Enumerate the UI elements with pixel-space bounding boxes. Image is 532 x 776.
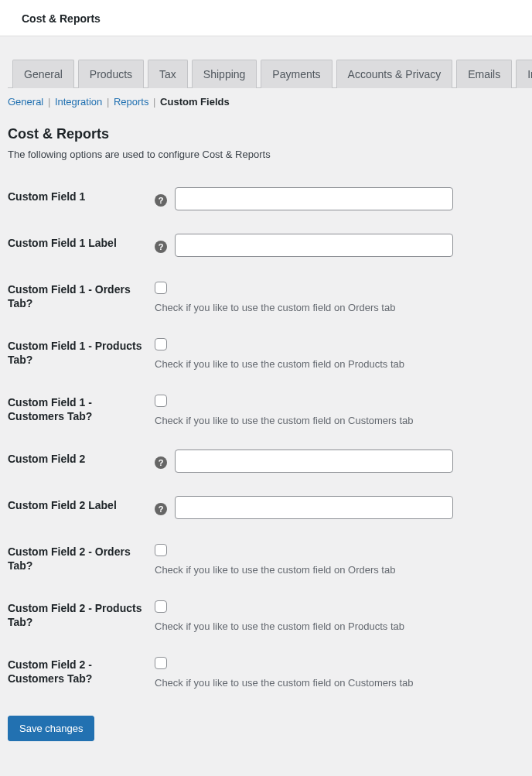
label-cf1-customers: Custom Field 1 - Customers Tab? bbox=[8, 381, 155, 438]
cf1-customers-checkbox[interactable] bbox=[155, 395, 167, 407]
tab-shipping[interactable]: Shipping bbox=[192, 60, 257, 88]
tab-accounts-privacy[interactable]: Accounts & Privacy bbox=[336, 60, 453, 88]
label-cf1-products: Custom Field 1 - Products Tab? bbox=[8, 325, 155, 381]
cf2-orders-checkbox[interactable] bbox=[155, 544, 167, 556]
subnav-integration[interactable]: Integration bbox=[55, 96, 102, 108]
cf2-orders-desc: Check if you like to use the custom fiel… bbox=[155, 564, 517, 576]
custom-field-2-label-input[interactable] bbox=[175, 496, 453, 519]
cf1-products-desc: Check if you like to use the custom fiel… bbox=[155, 358, 517, 370]
custom-field-2-input[interactable] bbox=[175, 450, 453, 473]
label-cf1-orders: Custom Field 1 - Orders Tab? bbox=[8, 268, 155, 325]
cf1-customers-desc: Check if you like to use the custom fiel… bbox=[155, 415, 517, 426]
cf1-products-checkbox[interactable] bbox=[155, 338, 167, 350]
page-header: Cost & Reports bbox=[0, 0, 532, 36]
label-custom-field-2-label: Custom Field 2 Label bbox=[8, 484, 155, 531]
help-icon[interactable]: ? bbox=[155, 503, 167, 515]
sub-nav: General | Integration | Reports | Custom… bbox=[8, 96, 524, 108]
save-button[interactable]: Save changes bbox=[8, 716, 94, 741]
nav-tabs: General Products Tax Shipping Payments A… bbox=[8, 60, 524, 88]
tab-tax[interactable]: Tax bbox=[148, 60, 188, 88]
separator: | bbox=[107, 96, 112, 108]
custom-field-1-input[interactable] bbox=[175, 187, 453, 210]
separator: | bbox=[153, 96, 159, 108]
label-custom-field-1-label: Custom Field 1 Label bbox=[8, 222, 155, 268]
cf2-products-desc: Check if you like to use the custom fiel… bbox=[155, 620, 517, 632]
tab-payments[interactable]: Payments bbox=[261, 60, 332, 88]
label-cf2-customers: Custom Field 2 - Customers Tab? bbox=[8, 644, 155, 700]
help-icon[interactable]: ? bbox=[155, 456, 167, 469]
section-title: Cost & Reports bbox=[8, 126, 524, 142]
help-icon[interactable]: ? bbox=[155, 241, 167, 253]
subnav-reports[interactable]: Reports bbox=[114, 96, 149, 108]
label-custom-field-2: Custom Field 2 bbox=[8, 438, 155, 484]
tab-integration[interactable]: Integration bbox=[516, 60, 532, 88]
cf2-customers-desc: Check if you like to use the custom fiel… bbox=[155, 677, 517, 689]
separator: | bbox=[48, 96, 53, 108]
cf2-products-checkbox[interactable] bbox=[155, 600, 167, 613]
custom-field-1-label-input[interactable] bbox=[175, 234, 453, 257]
cf2-customers-checkbox[interactable] bbox=[155, 657, 167, 669]
content-wrapper: General Products Tax Shipping Payments A… bbox=[0, 60, 532, 757]
subnav-general[interactable]: General bbox=[8, 96, 43, 108]
subnav-custom-fields[interactable]: Custom Fields bbox=[160, 96, 230, 108]
label-cf2-orders: Custom Field 2 - Orders Tab? bbox=[8, 531, 155, 587]
tab-general[interactable]: General bbox=[12, 60, 74, 88]
section-desc: The following options are used to config… bbox=[8, 149, 524, 160]
form-table: Custom Field 1 ? Custom Field 1 Label ? … bbox=[8, 176, 524, 700]
tab-products[interactable]: Products bbox=[78, 60, 144, 88]
label-custom-field-1: Custom Field 1 bbox=[8, 176, 155, 222]
page-title: Cost & Reports bbox=[22, 12, 510, 25]
cf1-orders-desc: Check if you like to use the custom fiel… bbox=[155, 302, 517, 313]
tab-emails[interactable]: Emails bbox=[456, 60, 512, 88]
cf1-orders-checkbox[interactable] bbox=[155, 282, 167, 294]
label-cf2-products: Custom Field 2 - Products Tab? bbox=[8, 587, 155, 644]
help-icon[interactable]: ? bbox=[155, 194, 167, 207]
